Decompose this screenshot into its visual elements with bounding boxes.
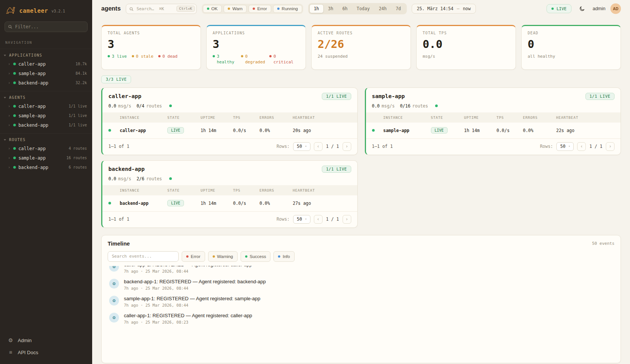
avatar[interactable]: AD: [610, 3, 621, 14]
prev-page-button[interactable]: ‹: [314, 142, 323, 151]
timeline-filter-info[interactable]: Info: [273, 251, 294, 262]
table-header: INSTANCE STATE UPTIME TPS ERRORS HEARTBE…: [102, 112, 357, 123]
timeline-events-list[interactable]: ⚙ caller-app-1: REGISTERED — Agent regis…: [108, 266, 615, 349]
theme-toggle[interactable]: [576, 3, 588, 14]
health-dot-icon: [169, 177, 172, 180]
timeline-filter-error[interactable]: Error: [182, 251, 205, 262]
sidebar-item-backend-app[interactable]: › backend-app 32.2k: [0, 78, 92, 88]
gear-icon: ⚙: [109, 266, 119, 272]
app-version: v3.2.1: [51, 9, 65, 13]
time-range-7d[interactable]: 7d: [391, 4, 406, 13]
rows-per-page-select[interactable]: 50 ▾: [293, 142, 310, 151]
live-status-badge[interactable]: LIVE: [547, 4, 571, 13]
page-title: agents: [101, 5, 121, 12]
time-range-6h[interactable]: 6h: [338, 4, 352, 13]
filter-chip-ok[interactable]: OK: [203, 5, 222, 13]
app-cards-grid: caller-app 1/1 LIVE 0.0msg/s 0/4routes I…: [101, 88, 621, 228]
success-dot-icon: [245, 255, 247, 258]
next-page-button[interactable]: ›: [343, 142, 351, 151]
item-badge: 4 routes: [69, 146, 87, 151]
stat-cards-row: TOTAL AGENTS 3 3 live 0 stale 0 dead APP…: [101, 25, 621, 70]
chevron-right-icon: ›: [8, 146, 11, 151]
table-row[interactable]: backend-app LIVE 1h 14m 0.0/s 0.0% 27s a…: [102, 195, 357, 212]
warn-dot-icon: [241, 55, 243, 57]
item-badge: 1/1 live: [69, 123, 87, 127]
warn-dot-icon: [228, 8, 230, 10]
username[interactable]: admin: [593, 6, 605, 11]
timeline-search-input[interactable]: [108, 251, 179, 262]
timeline-event[interactable]: ⚙ backend-app-1: REGISTERED — Agent regi…: [108, 276, 615, 293]
chevron-right-icon: ›: [8, 104, 11, 108]
rows-per-page-select[interactable]: 50 ▾: [556, 142, 574, 151]
sidebar-footer: ⚙ Admin ≡ API Docs: [0, 331, 92, 364]
sidebar-section-routes: ROUTES › caller-app 4 routes › sample-ap…: [0, 133, 92, 172]
topbar-right: LIVE admin AD: [547, 3, 621, 14]
item-badge: 16 routes: [66, 156, 87, 160]
collapse-caret-icon: [4, 55, 6, 56]
gear-icon: ⚙: [8, 337, 14, 343]
filter-chip-warn[interactable]: Warn: [224, 5, 247, 13]
app-logo[interactable]: cameleer v3.2.1: [0, 0, 92, 20]
date-range-display: 25. März 14:54 — now: [412, 4, 476, 14]
caret-down-icon: ▾: [305, 145, 307, 148]
item-badge: 1/1 live: [69, 114, 87, 118]
filter-chip-error[interactable]: Error: [249, 5, 271, 13]
global-search: Ctrl+K: [126, 4, 197, 14]
shortcut-badge: Ctrl+K: [176, 6, 195, 12]
app-card-title: caller-app: [108, 93, 141, 99]
sidebar-item-sample-app[interactable]: › sample-app 84.1k: [0, 69, 92, 78]
sidebar-section-applications: APPLICATIONS › caller-app 10.7k › sample…: [0, 49, 92, 88]
timeline-event[interactable]: ⚙ caller-app-1: REGISTERED — Agent regis…: [108, 310, 615, 327]
status-dot: [13, 166, 16, 169]
section-header-applications[interactable]: APPLICATIONS: [0, 52, 92, 59]
status-dot: [13, 157, 16, 159]
section-header-routes[interactable]: ROUTES: [0, 136, 92, 144]
timeline-filter-success[interactable]: Success: [241, 251, 270, 262]
error-dot-icon: [269, 55, 272, 57]
prev-page-button[interactable]: ‹: [577, 142, 586, 151]
sidebar-item-admin[interactable]: ⚙ Admin: [5, 335, 87, 346]
sidebar-item-caller-app[interactable]: › caller-app 4 routes: [0, 144, 92, 153]
chevron-right-icon: ›: [8, 156, 11, 160]
timeline-panel: Timeline 50 events Error Warning Success…: [101, 235, 621, 363]
caret-down-icon: ▾: [305, 218, 307, 221]
time-range-3h[interactable]: 3h: [324, 4, 338, 13]
sidebar-item-api-docs[interactable]: ≡ API Docs: [5, 347, 87, 358]
instance-status-dot: [372, 129, 375, 132]
timeline-event[interactable]: ⚙ sample-app-1: REGISTERED — Agent regis…: [108, 293, 615, 310]
prev-page-button[interactable]: ‹: [314, 215, 323, 224]
sidebar-item-backend-app[interactable]: › backend-app 1/1 live: [0, 120, 92, 130]
sidebar-item-sample-app[interactable]: › sample-app 1/1 live: [0, 111, 92, 120]
timeline-event[interactable]: ⚙ caller-app-1: REGISTERED — Agent regis…: [108, 266, 615, 276]
sidebar-item-caller-app[interactable]: › caller-app 10.7k: [0, 59, 92, 69]
stat-value: 0: [528, 38, 615, 51]
table-header: INSTANCE STATE UPTIME TPS ERRORS HEARTBE…: [102, 185, 357, 195]
sidebar-filter-input[interactable]: [5, 22, 88, 32]
instance-status-dot: [108, 129, 111, 132]
timeline-filter-warning[interactable]: Warning: [208, 251, 238, 262]
sidebar-item-sample-app[interactable]: › sample-app 16 routes: [0, 153, 92, 163]
page-indicator: 1 / 1: [326, 217, 339, 222]
sidebar-item-caller-app[interactable]: › caller-app 1/1 live: [0, 101, 92, 111]
ok-dot-icon: [213, 55, 215, 57]
page-indicator: 1 / 1: [326, 144, 339, 149]
section-header-agents[interactable]: AGENTS: [0, 94, 92, 101]
table-footer: 1–1 of 1 Rows: 50 ▾ ‹ 1 / 1 ›: [366, 139, 621, 155]
warn-dot-icon: [132, 55, 134, 57]
error-dot-icon: [158, 55, 161, 57]
next-page-button[interactable]: ›: [343, 215, 351, 224]
rows-per-page-select[interactable]: 50 ▾: [293, 215, 310, 224]
time-range-1h[interactable]: 1h: [309, 4, 324, 13]
filter-chip-running[interactable]: Running: [273, 5, 302, 13]
time-range-24h[interactable]: 24h: [374, 4, 391, 13]
time-range-today[interactable]: Today: [352, 4, 374, 13]
camel-logo-icon: [5, 6, 16, 16]
stat-card-total-tps: TOTAL TPS 0.0 msg/s: [416, 25, 516, 70]
table-row[interactable]: caller-app LIVE 1h 14m 0.0/s 0.0% 20s ag…: [102, 123, 357, 139]
timeline-title: Timeline: [108, 241, 130, 247]
table-row[interactable]: sample-app LIVE 1h 14m 0.0/s 0.0% 22s ag…: [366, 123, 621, 139]
status-filter-group: OK Warn Error Running: [202, 4, 303, 14]
next-page-button[interactable]: ›: [606, 142, 615, 151]
state-badge: LIVE: [431, 127, 448, 134]
sidebar-item-backend-app[interactable]: › backend-app 6 routes: [0, 163, 92, 172]
